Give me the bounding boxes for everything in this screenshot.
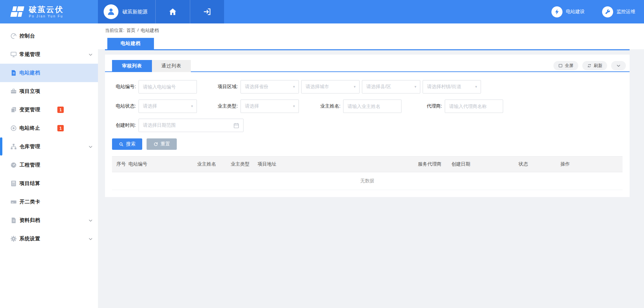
nav-station-construction[interactable]: 电站建设 (551, 6, 585, 17)
sidebar-item-station-termination[interactable]: 电站终止 1 (0, 119, 98, 137)
chevron-down-icon (616, 63, 621, 68)
col-status: 状态 (514, 161, 556, 167)
status-badge: 1 (57, 125, 64, 131)
county-select[interactable]: 请选择县/区 (362, 80, 420, 94)
home-icon (168, 7, 177, 16)
refresh-icon (587, 63, 592, 68)
search-button[interactable]: 搜索 (112, 138, 142, 150)
sidebar-item-general-mgmt[interactable]: 常规管理 (0, 45, 98, 64)
topbar-right-nav: 电站建设 监控运维 (551, 0, 644, 23)
station-status-select[interactable]: 请选择 (139, 100, 197, 113)
logout-button[interactable] (190, 0, 224, 23)
sidebar-scrollbar-thumb[interactable] (0, 137, 2, 156)
collapse-toolbar-button[interactable] (611, 61, 626, 70)
gear-icon (10, 235, 17, 242)
col-create-date: 创建日期 (447, 161, 514, 167)
breadcrumb: 当前位置: 首页 / 电站建档 (105, 27, 159, 34)
col-index: 序号 (112, 161, 124, 167)
dropdown-arrow-icon (191, 105, 194, 108)
station-status-label: 电站状态: (112, 103, 136, 109)
empty-state: 无数据 (112, 172, 623, 190)
filter-row-2: 电站状态: 请选择 业主类型: 请选择 业主姓名: 代理商: (112, 100, 630, 113)
owner-name-input[interactable] (343, 100, 401, 113)
user-menu[interactable]: 破茧新能源 (98, 0, 155, 23)
user-icon (106, 7, 116, 17)
sidebar-item-dashboard[interactable]: 控制台 (0, 27, 98, 45)
sitemap-icon (10, 143, 17, 150)
filter-actions: 搜索 重置 (112, 138, 630, 150)
dropdown-arrow-icon (353, 85, 356, 88)
archive-icon (10, 217, 17, 224)
breadcrumb-prefix: 当前位置: (105, 27, 124, 34)
fullscreen-icon (558, 63, 563, 68)
content-card: 审核列表 通过列表 全屏 刷新 (105, 55, 630, 197)
reset-icon (153, 142, 158, 147)
sidebar: 控制台 常规管理 电站建档 (0, 23, 98, 308)
search-icon (119, 142, 124, 147)
chevron-down-icon (88, 144, 93, 149)
dropdown-arrow-icon (414, 85, 417, 88)
card-icon (10, 198, 17, 205)
breadcrumb-home-link[interactable]: 首页 (126, 27, 136, 34)
col-actions: 操作 (556, 161, 623, 167)
tab-passed-list[interactable]: 通过列表 (152, 60, 191, 72)
sidebar-item-data-archive[interactable]: 资料归档 (0, 211, 98, 230)
filter-row-1: 电站编号: 项目区域: 请选择省份 请选择城市 请选择县/区 请选择村镇/街道 (112, 80, 630, 94)
city-select[interactable]: 请选择城市 (301, 80, 360, 94)
page-tab-station-filing[interactable]: 电站建档 (107, 38, 154, 49)
sidebar-item-warehouse-mgmt[interactable]: 仓库管理 (0, 137, 98, 156)
reset-button[interactable]: 重置 (147, 138, 177, 150)
logo: 破茧云伏 Po Jian Yun Fu (0, 0, 98, 23)
chevron-down-icon (88, 52, 93, 57)
refresh-button[interactable]: 刷新 (582, 61, 607, 70)
col-owner-name: 业主姓名 (193, 161, 226, 167)
home-button[interactable] (155, 0, 190, 23)
date-range-picker[interactable]: 请选择日期范围 (139, 119, 244, 132)
briefcase-icon (10, 88, 17, 95)
calculator-icon (10, 180, 17, 187)
tab-review-list[interactable]: 审核列表 (112, 60, 152, 72)
sidebar-item-project-initiation[interactable]: 项目立项 (0, 82, 98, 101)
chevron-down-icon (88, 237, 93, 241)
gauge-icon (10, 33, 17, 40)
login-arrow-icon (203, 7, 212, 16)
brand-subtitle: Po Jian Yun Fu (29, 14, 64, 18)
filter-row-3: 创建时间: 请选择日期范围 (112, 119, 630, 132)
calendar-icon (233, 122, 239, 129)
province-select[interactable]: 请选择省份 (240, 80, 299, 94)
dropdown-arrow-icon (475, 85, 478, 88)
col-service-agent: 服务代理商 (414, 161, 447, 167)
brand-title: 破茧云伏 (29, 5, 64, 14)
breadcrumb-current: 电站建档 (141, 27, 159, 34)
agent-label: 代理商: (418, 103, 442, 109)
col-station-no: 电站编号 (124, 161, 193, 167)
station-no-label: 电站编号: (112, 84, 136, 90)
status-badge: 1 (57, 107, 64, 113)
sidebar-item-class2-card[interactable]: 开二类卡 (0, 193, 98, 211)
nav-monitoring-ops[interactable]: 监控运维 (602, 6, 635, 17)
owner-name-label: 业主姓名: (317, 103, 340, 109)
dropdown-arrow-icon (292, 85, 296, 88)
fullscreen-button[interactable]: 全屏 (553, 61, 578, 70)
col-owner-type: 业主类型 (226, 161, 253, 167)
create-time-label: 创建时间: (112, 122, 136, 128)
table-header-row: 序号 电站编号 业主姓名 业主类型 项目地址 服务代理商 创建日期 状态 操作 (112, 156, 623, 172)
station-no-input[interactable] (139, 80, 197, 94)
owner-type-select[interactable]: 请选择 (240, 100, 299, 113)
sidebar-item-station-filing[interactable]: 电站建档 (0, 64, 98, 82)
col-project-address: 项目地址 (253, 161, 414, 167)
chevron-down-icon (88, 218, 93, 223)
town-select[interactable]: 请选择村镇/街道 (423, 80, 481, 94)
sidebar-item-project-settlement[interactable]: 项目结算 (0, 174, 98, 193)
wrench-icon (602, 6, 613, 17)
target-icon (10, 125, 17, 132)
main-area: 当前位置: 首页 / 电站建档 电站建档 审核列表 通过列表 全屏 (98, 23, 644, 308)
sidebar-item-change-mgmt[interactable]: 变更管理 1 (0, 101, 98, 119)
region-label: 项目区域: (214, 84, 238, 90)
document-icon (10, 69, 17, 76)
dropdown-arrow-icon (292, 105, 296, 108)
sidebar-item-engineering-mgmt[interactable]: 工程管理 (0, 156, 98, 174)
topbar: 破茧云伏 Po Jian Yun Fu 破茧新能源 电站建设 (0, 0, 644, 23)
agent-input[interactable] (445, 100, 503, 113)
sidebar-item-system-settings[interactable]: 系统设置 (0, 230, 98, 248)
